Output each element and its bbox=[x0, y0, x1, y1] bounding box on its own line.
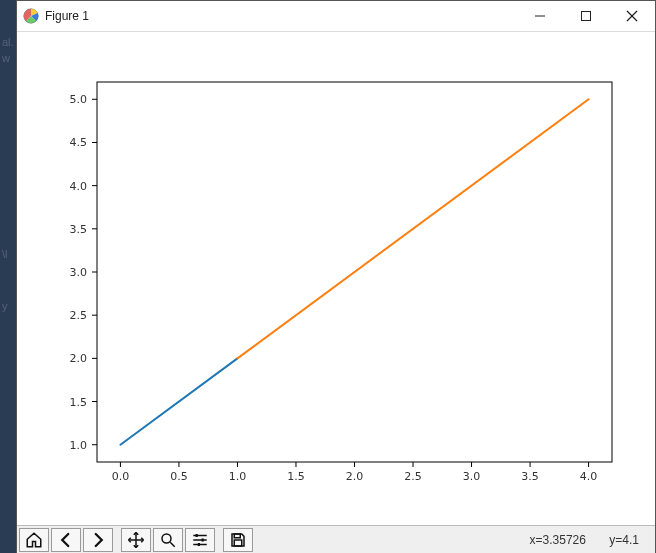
svg-line-24 bbox=[170, 542, 175, 547]
forward-button[interactable] bbox=[83, 528, 113, 552]
y-tick-label: 4.5 bbox=[70, 136, 88, 149]
home-button[interactable] bbox=[19, 528, 49, 552]
save-button[interactable] bbox=[223, 528, 253, 552]
y-tick-label: 4.0 bbox=[70, 180, 88, 193]
subplots-button[interactable] bbox=[185, 528, 215, 552]
y-tick-label: 3.5 bbox=[70, 223, 88, 236]
minimize-button[interactable] bbox=[517, 1, 563, 31]
svg-rect-2 bbox=[582, 12, 591, 21]
svg-rect-31 bbox=[234, 534, 240, 538]
matplotlib-icon bbox=[23, 8, 39, 24]
x-tick-label: 1.5 bbox=[287, 470, 305, 483]
nav-toolbar: x=3.35726 y=4.1 bbox=[17, 525, 655, 553]
y-tick-label: 3.0 bbox=[70, 266, 88, 279]
y-tick-label: 1.5 bbox=[70, 396, 88, 409]
svg-rect-32 bbox=[234, 540, 242, 546]
titlebar[interactable]: Figure 1 bbox=[17, 1, 655, 32]
y-tick-label: 2.5 bbox=[70, 309, 88, 322]
x-tick-label: 3.0 bbox=[463, 470, 481, 483]
x-tick-label: 3.5 bbox=[521, 470, 539, 483]
x-tick-label: 2.5 bbox=[404, 470, 422, 483]
cursor-coordinates: x=3.35726 y=4.1 bbox=[530, 533, 655, 547]
figure-window: Figure 1 0.00.51.01.52.02.53.03.54.01.01… bbox=[16, 0, 656, 553]
pan-button[interactable] bbox=[121, 528, 151, 552]
zoom-button[interactable] bbox=[153, 528, 183, 552]
back-button[interactable] bbox=[51, 528, 81, 552]
x-tick-label: 2.0 bbox=[346, 470, 364, 483]
window-title: Figure 1 bbox=[45, 9, 89, 23]
svg-rect-28 bbox=[196, 534, 198, 537]
x-tick-label: 1.0 bbox=[229, 470, 247, 483]
x-tick-label: 4.0 bbox=[580, 470, 598, 483]
svg-rect-30 bbox=[198, 543, 200, 546]
y-tick-label: 1.0 bbox=[70, 439, 88, 452]
maximize-button[interactable] bbox=[563, 1, 609, 31]
y-tick-label: 5.0 bbox=[70, 93, 88, 106]
close-button[interactable] bbox=[609, 1, 655, 31]
svg-point-23 bbox=[162, 534, 171, 543]
plot-area[interactable]: 0.00.51.01.52.02.53.03.54.01.01.52.02.53… bbox=[17, 32, 655, 525]
x-tick-label: 0.0 bbox=[112, 470, 130, 483]
svg-rect-29 bbox=[202, 538, 204, 541]
y-tick-label: 2.0 bbox=[70, 352, 88, 365]
x-tick-label: 0.5 bbox=[170, 470, 188, 483]
